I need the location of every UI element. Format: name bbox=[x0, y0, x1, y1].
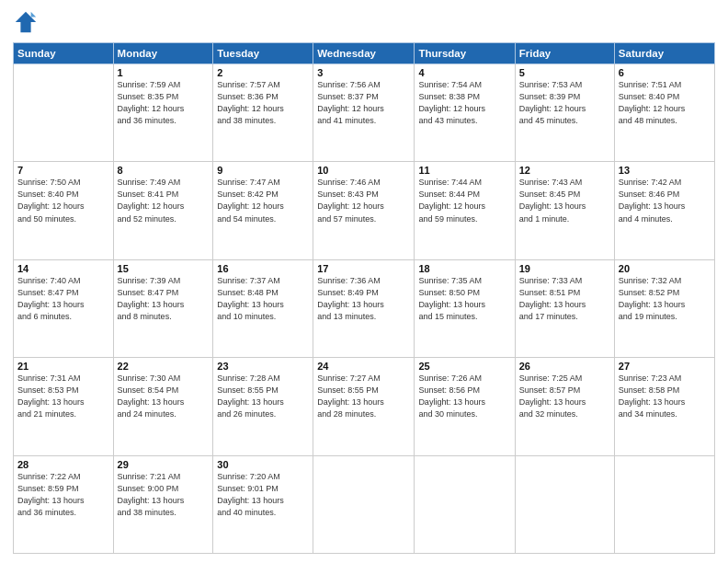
calendar-row-3: 21Sunrise: 7:31 AM Sunset: 8:53 PM Dayli… bbox=[14, 358, 715, 455]
cell-info-text: Sunrise: 7:25 AM Sunset: 8:57 PM Dayligh… bbox=[519, 373, 610, 420]
logo-icon bbox=[13, 9, 39, 35]
cell-day-number: 17 bbox=[317, 263, 410, 274]
cell-info-text: Sunrise: 7:36 AM Sunset: 8:49 PM Dayligh… bbox=[317, 275, 410, 323]
cell-info-text: Sunrise: 7:33 AM Sunset: 8:51 PM Dayligh… bbox=[519, 275, 610, 323]
calendar-cell: 8Sunrise: 7:49 AM Sunset: 8:41 PM Daylig… bbox=[113, 162, 213, 259]
cell-info-text: Sunrise: 7:43 AM Sunset: 8:45 PM Dayligh… bbox=[519, 177, 610, 224]
calendar-cell: 12Sunrise: 7:43 AM Sunset: 8:45 PM Dayli… bbox=[515, 162, 614, 259]
cell-day-number: 2 bbox=[217, 67, 309, 78]
calendar-cell: 14Sunrise: 7:40 AM Sunset: 8:47 PM Dayli… bbox=[14, 259, 114, 357]
cell-info-text: Sunrise: 7:46 AM Sunset: 8:43 PM Dayligh… bbox=[317, 177, 410, 224]
calendar-cell: 18Sunrise: 7:35 AM Sunset: 8:50 PM Dayli… bbox=[415, 259, 515, 357]
calendar-cell: 27Sunrise: 7:23 AM Sunset: 8:58 PM Dayli… bbox=[614, 358, 714, 455]
cell-day-number: 22 bbox=[118, 361, 210, 372]
cell-info-text: Sunrise: 7:26 AM Sunset: 8:56 PM Dayligh… bbox=[418, 373, 510, 420]
cell-day-number: 20 bbox=[619, 263, 711, 274]
cell-day-number: 25 bbox=[418, 361, 510, 372]
calendar-cell: 29Sunrise: 7:21 AM Sunset: 9:00 PM Dayli… bbox=[113, 455, 213, 553]
calendar-row-4: 28Sunrise: 7:22 AM Sunset: 8:59 PM Dayli… bbox=[14, 455, 715, 553]
cell-day-number: 3 bbox=[317, 67, 410, 78]
cell-info-text: Sunrise: 7:50 AM Sunset: 8:40 PM Dayligh… bbox=[17, 177, 109, 224]
cell-info-text: Sunrise: 7:47 AM Sunset: 8:42 PM Dayligh… bbox=[217, 177, 309, 224]
cell-day-number: 26 bbox=[519, 361, 610, 372]
cell-info-text: Sunrise: 7:44 AM Sunset: 8:44 PM Dayligh… bbox=[418, 177, 510, 224]
cell-day-number: 11 bbox=[418, 165, 510, 176]
cell-info-text: Sunrise: 7:39 AM Sunset: 8:47 PM Dayligh… bbox=[118, 275, 210, 323]
cell-day-number: 1 bbox=[118, 67, 210, 78]
calendar-table: SundayMondayTuesdayWednesdayThursdayFrid… bbox=[13, 42, 715, 554]
cell-info-text: Sunrise: 7:54 AM Sunset: 8:38 PM Dayligh… bbox=[418, 79, 510, 127]
cell-info-text: Sunrise: 7:28 AM Sunset: 8:55 PM Dayligh… bbox=[217, 373, 309, 420]
cell-day-number: 27 bbox=[619, 361, 711, 372]
page: SundayMondayTuesdayWednesdayThursdayFrid… bbox=[0, 0, 728, 563]
cell-day-number: 21 bbox=[17, 361, 109, 372]
cell-info-text: Sunrise: 7:22 AM Sunset: 8:59 PM Dayligh… bbox=[17, 471, 109, 519]
cell-day-number: 10 bbox=[317, 165, 410, 176]
calendar-cell bbox=[313, 455, 415, 553]
cell-day-number: 16 bbox=[217, 263, 309, 274]
calendar-cell: 15Sunrise: 7:39 AM Sunset: 8:47 PM Dayli… bbox=[113, 259, 213, 357]
cell-info-text: Sunrise: 7:27 AM Sunset: 8:55 PM Dayligh… bbox=[317, 373, 410, 420]
calendar-cell: 24Sunrise: 7:27 AM Sunset: 8:55 PM Dayli… bbox=[313, 358, 415, 455]
calendar-cell bbox=[415, 455, 515, 553]
calendar-cell: 16Sunrise: 7:37 AM Sunset: 8:48 PM Dayli… bbox=[213, 259, 313, 357]
cell-info-text: Sunrise: 7:42 AM Sunset: 8:46 PM Dayligh… bbox=[619, 177, 711, 224]
cell-day-number: 13 bbox=[619, 165, 711, 176]
cell-day-number: 12 bbox=[519, 165, 610, 176]
calendar-row-2: 14Sunrise: 7:40 AM Sunset: 8:47 PM Dayli… bbox=[14, 259, 715, 357]
calendar-cell bbox=[614, 455, 714, 553]
cell-info-text: Sunrise: 7:37 AM Sunset: 8:48 PM Dayligh… bbox=[217, 275, 309, 323]
cell-info-text: Sunrise: 7:49 AM Sunset: 8:41 PM Dayligh… bbox=[118, 177, 210, 224]
cell-info-text: Sunrise: 7:40 AM Sunset: 8:47 PM Dayligh… bbox=[17, 275, 109, 323]
calendar-cell: 20Sunrise: 7:32 AM Sunset: 8:52 PM Dayli… bbox=[614, 259, 714, 357]
calendar-cell: 19Sunrise: 7:33 AM Sunset: 8:51 PM Dayli… bbox=[515, 259, 614, 357]
calendar-cell: 30Sunrise: 7:20 AM Sunset: 9:01 PM Dayli… bbox=[213, 455, 313, 553]
calendar-cell bbox=[14, 64, 114, 162]
cell-day-number: 18 bbox=[418, 263, 510, 274]
cell-info-text: Sunrise: 7:20 AM Sunset: 9:01 PM Dayligh… bbox=[217, 471, 309, 519]
calendar-cell: 10Sunrise: 7:46 AM Sunset: 8:43 PM Dayli… bbox=[313, 162, 415, 259]
header-cell-sunday: Sunday bbox=[14, 43, 114, 64]
cell-info-text: Sunrise: 7:21 AM Sunset: 9:00 PM Dayligh… bbox=[118, 471, 210, 519]
cell-day-number: 8 bbox=[118, 165, 210, 176]
cell-day-number: 28 bbox=[17, 459, 109, 470]
cell-day-number: 7 bbox=[17, 165, 109, 176]
header-cell-friday: Friday bbox=[515, 43, 614, 64]
header bbox=[13, 9, 715, 35]
cell-info-text: Sunrise: 7:51 AM Sunset: 8:40 PM Dayligh… bbox=[619, 79, 711, 127]
cell-day-number: 30 bbox=[217, 459, 309, 470]
calendar-row-0: 1Sunrise: 7:59 AM Sunset: 8:35 PM Daylig… bbox=[14, 64, 715, 162]
cell-day-number: 6 bbox=[619, 67, 711, 78]
calendar-cell: 23Sunrise: 7:28 AM Sunset: 8:55 PM Dayli… bbox=[213, 358, 313, 455]
svg-marker-1 bbox=[31, 12, 37, 17]
cell-info-text: Sunrise: 7:23 AM Sunset: 8:58 PM Dayligh… bbox=[619, 373, 711, 420]
cell-day-number: 24 bbox=[317, 361, 410, 372]
calendar-cell: 21Sunrise: 7:31 AM Sunset: 8:53 PM Dayli… bbox=[14, 358, 114, 455]
cell-day-number: 23 bbox=[217, 361, 309, 372]
calendar-cell: 7Sunrise: 7:50 AM Sunset: 8:40 PM Daylig… bbox=[14, 162, 114, 259]
calendar-cell: 28Sunrise: 7:22 AM Sunset: 8:59 PM Dayli… bbox=[14, 455, 114, 553]
cell-day-number: 4 bbox=[418, 67, 510, 78]
header-cell-monday: Monday bbox=[113, 43, 213, 64]
cell-info-text: Sunrise: 7:35 AM Sunset: 8:50 PM Dayligh… bbox=[418, 275, 510, 323]
calendar-cell: 2Sunrise: 7:57 AM Sunset: 8:36 PM Daylig… bbox=[213, 64, 313, 162]
cell-info-text: Sunrise: 7:57 AM Sunset: 8:36 PM Dayligh… bbox=[217, 79, 309, 127]
cell-info-text: Sunrise: 7:32 AM Sunset: 8:52 PM Dayligh… bbox=[619, 275, 711, 323]
cell-day-number: 29 bbox=[118, 459, 210, 470]
header-cell-thursday: Thursday bbox=[415, 43, 515, 64]
cell-info-text: Sunrise: 7:30 AM Sunset: 8:54 PM Dayligh… bbox=[118, 373, 210, 420]
calendar-cell: 11Sunrise: 7:44 AM Sunset: 8:44 PM Dayli… bbox=[415, 162, 515, 259]
calendar-cell: 6Sunrise: 7:51 AM Sunset: 8:40 PM Daylig… bbox=[614, 64, 714, 162]
header-cell-saturday: Saturday bbox=[614, 43, 714, 64]
calendar-cell: 5Sunrise: 7:53 AM Sunset: 8:39 PM Daylig… bbox=[515, 64, 614, 162]
header-cell-wednesday: Wednesday bbox=[313, 43, 415, 64]
cell-info-text: Sunrise: 7:53 AM Sunset: 8:39 PM Dayligh… bbox=[519, 79, 610, 127]
header-cell-tuesday: Tuesday bbox=[213, 43, 313, 64]
header-row: SundayMondayTuesdayWednesdayThursdayFrid… bbox=[14, 43, 715, 64]
cell-day-number: 5 bbox=[519, 67, 610, 78]
cell-day-number: 19 bbox=[519, 263, 610, 274]
calendar-cell bbox=[515, 455, 614, 553]
cell-day-number: 9 bbox=[217, 165, 309, 176]
cell-info-text: Sunrise: 7:31 AM Sunset: 8:53 PM Dayligh… bbox=[17, 373, 109, 420]
cell-info-text: Sunrise: 7:59 AM Sunset: 8:35 PM Dayligh… bbox=[118, 79, 210, 127]
